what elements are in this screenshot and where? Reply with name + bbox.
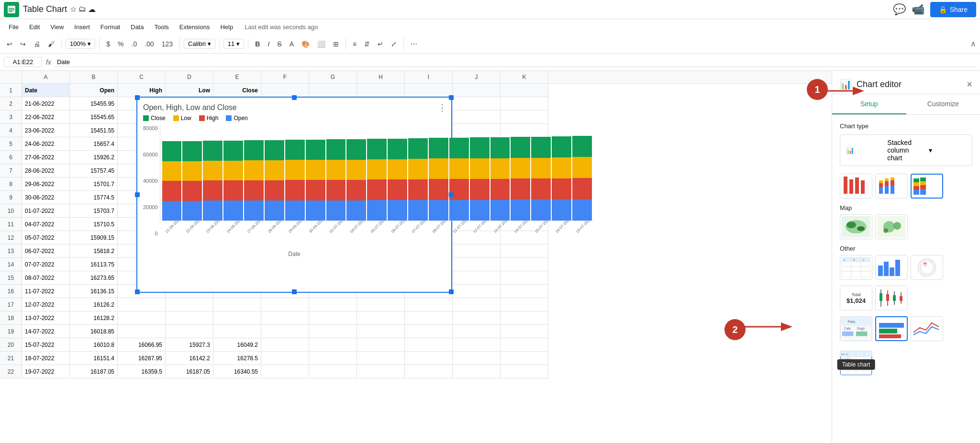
- cell-D22[interactable]: 16187.05: [166, 365, 213, 378]
- chart-thumb-stacked-bar2[interactable]: [875, 316, 908, 341]
- chart-options-button[interactable]: ⋮: [438, 102, 446, 113]
- formula-input[interactable]: [55, 57, 976, 67]
- col-header-F[interactable]: F: [261, 71, 309, 83]
- cell-J2[interactable]: [453, 97, 501, 111]
- cell-G22[interactable]: [309, 365, 357, 378]
- chart-thumb-map1[interactable]: [840, 214, 872, 239]
- collapse-toolbar-button[interactable]: ∧: [970, 39, 976, 48]
- resize-handle-tm[interactable]: [292, 95, 297, 100]
- chart-thumb-stacked-col[interactable]: [911, 174, 943, 199]
- col-header-E[interactable]: E: [213, 71, 261, 83]
- cell-A13[interactable]: 06-07-2022: [22, 244, 70, 258]
- cell-B21[interactable]: 16151.4: [70, 352, 118, 365]
- cell-B8[interactable]: 15701.7: [70, 177, 118, 191]
- print-button[interactable]: 🖨: [31, 38, 43, 50]
- chart-thumb-map2[interactable]: [875, 214, 908, 239]
- borders-button[interactable]: ⬜: [314, 38, 328, 50]
- comment-icon[interactable]: 💬: [893, 3, 906, 16]
- cell-A7[interactable]: 28-06-2022: [22, 164, 70, 177]
- folder-icon[interactable]: 🗂: [78, 5, 86, 14]
- cell-K21[interactable]: [501, 352, 548, 365]
- cell-I1[interactable]: [405, 84, 453, 97]
- cell-A15[interactable]: 08-07-2022: [22, 271, 70, 285]
- cell-B13[interactable]: 15818.2: [70, 244, 118, 258]
- cell-A19[interactable]: 14-07-2022: [22, 325, 70, 338]
- cell-D1[interactable]: Low: [166, 84, 213, 97]
- cell-J16[interactable]: [453, 285, 501, 298]
- cell-G20[interactable]: [309, 338, 357, 352]
- cell-H19[interactable]: [357, 325, 405, 338]
- decimal-decrease-button[interactable]: .0: [129, 38, 140, 50]
- cell-F1[interactable]: [261, 84, 309, 97]
- cell-I19[interactable]: [405, 325, 453, 338]
- resize-handle-mr[interactable]: [449, 192, 454, 197]
- resize-handle-ml[interactable]: [135, 192, 140, 197]
- paint-format-button[interactable]: 🖌: [45, 38, 57, 50]
- cell-J19[interactable]: [453, 325, 501, 338]
- resize-handle-bl[interactable]: [135, 289, 140, 294]
- cell-K17[interactable]: [501, 298, 548, 311]
- resize-handle-tl[interactable]: [135, 95, 140, 100]
- menu-view[interactable]: View: [45, 22, 68, 33]
- cell-A14[interactable]: 07-07-2022: [22, 258, 70, 271]
- cell-B19[interactable]: 16018.85: [70, 325, 118, 338]
- chart-thumb-other2[interactable]: [875, 255, 908, 280]
- cell-D20[interactable]: 15927.3: [166, 338, 213, 352]
- cell-E20[interactable]: 16049.2: [213, 338, 261, 352]
- cell-A4[interactable]: 23-06-2022: [22, 124, 70, 137]
- cell-C21[interactable]: 16287.95: [118, 352, 166, 365]
- zoom-dropdown[interactable]: 100% ▾: [66, 39, 95, 49]
- more-button[interactable]: ⋯: [408, 38, 420, 50]
- cell-I17[interactable]: [405, 298, 453, 311]
- cell-C20[interactable]: 16066.95: [118, 338, 166, 352]
- cell-A16[interactable]: 11-07-2022: [22, 285, 70, 298]
- cell-K15[interactable]: [501, 271, 548, 285]
- cell-E19[interactable]: [213, 325, 261, 338]
- cell-B16[interactable]: 16136.15: [70, 285, 118, 298]
- currency-button[interactable]: $: [103, 38, 113, 50]
- cell-B14[interactable]: 16113.75: [70, 258, 118, 271]
- cell-A5[interactable]: 24-06-2022: [22, 137, 70, 151]
- star-icon[interactable]: ☆: [70, 5, 77, 14]
- tab-customize[interactable]: Customize: [906, 94, 980, 114]
- cell-J18[interactable]: [453, 311, 501, 325]
- cell-I20[interactable]: [405, 338, 453, 352]
- chart-overlay[interactable]: Open, High, Low and Close ⋮ Close Low Hi…: [136, 97, 452, 293]
- cell-C22[interactable]: 16359.5: [118, 365, 166, 378]
- cell-K3[interactable]: [501, 111, 548, 124]
- decimal-increase-button[interactable]: .00: [142, 38, 156, 50]
- resize-handle-tr[interactable]: [449, 95, 454, 100]
- chart-thumb-scatter[interactable]: [840, 174, 872, 199]
- col-header-B[interactable]: B: [70, 71, 118, 83]
- cell-J22[interactable]: [453, 365, 501, 378]
- chart-thumb-other3[interactable]: ⏰: [911, 255, 943, 280]
- col-header-K[interactable]: K: [501, 71, 548, 83]
- cell-H17[interactable]: [357, 298, 405, 311]
- cell-A6[interactable]: 27-06-2022: [22, 151, 70, 164]
- cell-A9[interactable]: 30-06-2022: [22, 191, 70, 204]
- col-header-D[interactable]: D: [166, 71, 213, 83]
- chart-thumb-total[interactable]: Total $1,024: [840, 286, 872, 310]
- cell-F19[interactable]: [261, 325, 309, 338]
- menu-extensions[interactable]: Extensions: [175, 22, 215, 33]
- cell-D17[interactable]: [166, 298, 213, 311]
- cell-H20[interactable]: [357, 338, 405, 352]
- cell-reference-input[interactable]: [4, 57, 42, 67]
- cell-A21[interactable]: 18-07-2022: [22, 352, 70, 365]
- cell-J3[interactable]: [453, 111, 501, 124]
- fill-color-button[interactable]: 🎨: [299, 38, 312, 50]
- cell-C18[interactable]: [118, 311, 166, 325]
- menu-format[interactable]: Format: [96, 22, 125, 33]
- menu-insert[interactable]: Insert: [69, 22, 95, 33]
- cell-E17[interactable]: [213, 298, 261, 311]
- cell-K19[interactable]: [501, 325, 548, 338]
- cell-B22[interactable]: 16187.05: [70, 365, 118, 378]
- col-header-G[interactable]: G: [309, 71, 357, 83]
- menu-help[interactable]: Help: [215, 22, 238, 33]
- cell-E18[interactable]: [213, 311, 261, 325]
- cell-F20[interactable]: [261, 338, 309, 352]
- col-header-A[interactable]: A: [22, 71, 70, 83]
- cell-K14[interactable]: [501, 258, 548, 271]
- cloud-icon[interactable]: ☁: [88, 5, 96, 14]
- editor-close-button[interactable]: ×: [967, 79, 972, 90]
